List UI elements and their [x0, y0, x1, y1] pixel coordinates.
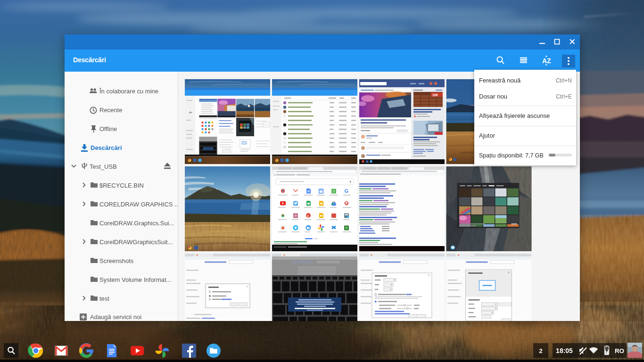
svg-text:AZ: AZ	[542, 57, 551, 65]
svg-text:G: G	[345, 188, 349, 194]
svg-text:100: 100	[432, 93, 438, 97]
svg-text:RO: RO	[615, 347, 624, 354]
svg-text:g: g	[307, 214, 309, 218]
svg-text:?: ?	[333, 189, 335, 194]
svg-text:18:05: 18:05	[556, 347, 573, 354]
svg-text:2: 2	[539, 347, 542, 354]
